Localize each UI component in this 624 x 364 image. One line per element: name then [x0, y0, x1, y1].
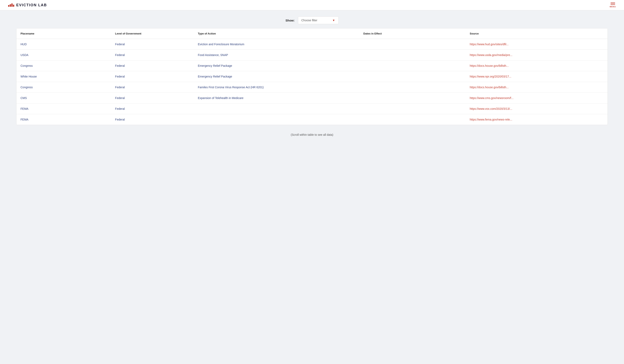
source-link[interactable]: https://docs.house.gov/billsth...: [470, 86, 509, 89]
cell-dates: [359, 93, 466, 103]
source-link[interactable]: https://docs.house.gov/billsth...: [470, 64, 509, 67]
cell-source[interactable]: https://www.cms.gov/newsroom/f...: [466, 93, 608, 103]
logo-bar-4: [13, 5, 14, 7]
cell-level: Federal: [111, 82, 194, 93]
cell-source[interactable]: https://www.vox.com/2020/3/13/...: [466, 103, 608, 114]
col-header-level-text: Level of Government: [115, 32, 141, 35]
col-header-dates: Dates in Effect: [359, 28, 466, 39]
menu-line-3: [611, 4, 615, 5]
source-link[interactable]: https://www.fema.gov/news-rele...: [470, 118, 512, 121]
menu-line-2: [611, 3, 615, 4]
table-row: CMSFederalExpansion of Telehealth in Med…: [16, 93, 608, 103]
menu-line-1: [611, 2, 615, 3]
table-header-row: Placename Level of Government Type of Ac…: [16, 28, 608, 39]
data-table: Placename Level of Government Type of Ac…: [16, 28, 608, 125]
logo-bar-1: [8, 5, 9, 7]
table-row: HUDFederalEviction and Foreclosure Morat…: [16, 39, 608, 50]
cell-level: Federal: [111, 50, 194, 61]
filter-placeholder: Choose filter: [301, 19, 317, 22]
cell-level: Federal: [111, 61, 194, 71]
col-header-level: Level of Government: [111, 28, 194, 39]
data-table-container: Placename Level of Government Type of Ac…: [16, 28, 608, 125]
table-row: White HouseFederalEmergency Relief Packa…: [16, 71, 608, 82]
menu-label: MENU: [610, 6, 616, 8]
logo-bar-3: [11, 3, 13, 7]
cell-type: Expansion of Telehealth in Medicare: [194, 93, 359, 103]
cell-dates: [359, 61, 466, 71]
cell-source[interactable]: https://www.fema.gov/news-rele...: [466, 114, 608, 125]
source-link[interactable]: https://www.cms.gov/newsroom/f...: [470, 96, 514, 100]
col-header-placename: Placename: [16, 28, 111, 39]
cell-level: Federal: [111, 39, 194, 50]
table-row: FEMAFederalhttps://www.fema.gov/news-rel…: [16, 114, 608, 125]
logo: EVICTION LAB: [8, 3, 47, 7]
cell-source[interactable]: https://www.hud.gov/sites/dfil...: [466, 39, 608, 50]
cell-dates: [359, 71, 466, 82]
chevron-down-icon: ▼: [332, 19, 335, 22]
cell-source[interactable]: https://www.usda.gov/media/pre...: [466, 50, 608, 61]
cell-source[interactable]: https://docs.house.gov/billsth...: [466, 82, 608, 93]
cell-level: Federal: [111, 71, 194, 82]
cell-placename: FEMA: [16, 103, 111, 114]
table-row: CongressFederalFamiles First Corona Viru…: [16, 82, 608, 93]
table-body: HUDFederalEviction and Foreclosure Morat…: [16, 39, 608, 125]
filter-bar: Show: Choose filter ▼: [0, 10, 624, 28]
col-header-source: Source: [466, 28, 608, 39]
navbar: EVICTION LAB MENU: [0, 0, 624, 10]
cell-type: Emergency Relief Package: [194, 71, 359, 82]
source-link[interactable]: https://www.usda.gov/media/pre...: [470, 53, 513, 57]
cell-dates: [359, 114, 466, 125]
cell-placename: White House: [16, 71, 111, 82]
cell-placename: HUD: [16, 39, 111, 50]
cell-type: Emergency Relief Package: [194, 61, 359, 71]
cell-source[interactable]: https://docs.house.gov/billsth...: [466, 61, 608, 71]
cell-type: Familes First Corona Virus Response Act …: [194, 82, 359, 93]
filter-dropdown[interactable]: Choose filter ▼: [298, 16, 338, 24]
cell-type: [194, 103, 359, 114]
cell-dates: [359, 50, 466, 61]
table-row: FEMAFederalhttps://www.vox.com/2020/3/13…: [16, 103, 608, 114]
scroll-note-text: (Scroll within table to see all data): [291, 133, 333, 136]
logo-icon: [8, 3, 14, 7]
table-row: USDAFederalFood Assistance, SNAPhttps://…: [16, 50, 608, 61]
cell-placename: USDA: [16, 50, 111, 61]
cell-type: Food Assistance, SNAP: [194, 50, 359, 61]
menu-button[interactable]: MENU: [610, 2, 616, 8]
col-header-type: Type of Action: [194, 28, 359, 39]
cell-placename: FEMA: [16, 114, 111, 125]
table-row: CongressFederalEmergency Relief Packageh…: [16, 61, 608, 71]
logo-bar-2: [10, 4, 11, 7]
logo-text: EVICTION LAB: [16, 3, 47, 7]
cell-level: Federal: [111, 103, 194, 114]
logo-bars: [8, 3, 14, 7]
source-link[interactable]: https://www.hud.gov/sites/dfil...: [470, 43, 509, 46]
cell-placename: Congress: [16, 82, 111, 93]
source-link[interactable]: https://www.npr.org/2020/03/17...: [470, 75, 512, 78]
filter-show-label: Show:: [286, 19, 295, 22]
menu-lines-icon: [611, 2, 615, 5]
footer-scroll-note: (Scroll within table to see all data): [0, 129, 624, 140]
cell-source[interactable]: https://www.npr.org/2020/03/17...: [466, 71, 608, 82]
cell-level: Federal: [111, 93, 194, 103]
cell-level: Federal: [111, 114, 194, 125]
cell-dates: [359, 103, 466, 114]
cell-dates: [359, 82, 466, 93]
source-link[interactable]: https://www.vox.com/2020/3/13/...: [470, 107, 512, 110]
cell-type: Eviction and Foreclosure Moratorium: [194, 39, 359, 50]
cell-placename: CMS: [16, 93, 111, 103]
cell-type: [194, 114, 359, 125]
cell-placename: Congress: [16, 61, 111, 71]
cell-dates: [359, 39, 466, 50]
